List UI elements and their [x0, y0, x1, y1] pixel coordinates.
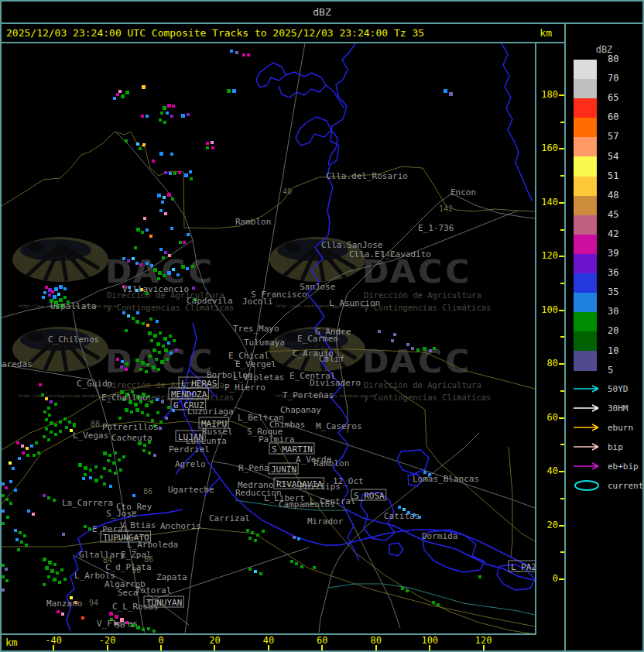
radar-echo	[141, 231, 144, 234]
radar-echo	[2, 575, 5, 578]
map-place-label: Clla.El_Cavadito	[349, 249, 431, 259]
watermark-subtitle: y Contingencias Climáticas	[364, 303, 491, 312]
radar-echo	[139, 368, 142, 371]
radar-echo	[170, 115, 173, 118]
radar-echo	[159, 248, 163, 251]
track-arrow-icon	[572, 441, 603, 453]
radar-echo	[116, 93, 119, 96]
radar-echo	[206, 142, 209, 145]
radar-echo	[43, 410, 46, 414]
radar-echo	[5, 498, 9, 501]
radar-echo	[54, 403, 57, 406]
dbz-scale-label: 20	[608, 325, 634, 336]
radar-echo	[147, 627, 150, 630]
radar-echo	[21, 444, 24, 448]
radar-echo	[63, 296, 67, 299]
radar-echo	[43, 583, 46, 586]
map-city-label: JUNIN	[271, 465, 296, 475]
radar-echo	[406, 343, 409, 346]
map-place-label: E_Challao	[101, 393, 148, 403]
radar-echo	[5, 568, 8, 571]
map-place-label: P_Hierro	[224, 383, 265, 393]
radar-echo	[53, 563, 57, 566]
map-place-label: T_Porteñas	[283, 390, 334, 400]
radar-echo	[163, 121, 166, 124]
x-axis-label: 20	[197, 635, 231, 646]
radar-echo	[59, 285, 63, 289]
radar-echo	[167, 406, 170, 409]
y-axis-label: 180	[538, 89, 558, 100]
river-line	[326, 85, 344, 108]
radar-echo	[57, 293, 60, 296]
radar-echo	[230, 50, 233, 53]
radar-echo	[247, 53, 250, 57]
radar-echo	[43, 558, 46, 561]
radar-echo	[164, 251, 167, 254]
radar-echo	[88, 527, 91, 530]
map-place-label: Perdriel	[169, 444, 210, 455]
radar-echo	[122, 455, 125, 458]
radar-echo	[256, 534, 259, 537]
radar-echo	[45, 397, 48, 400]
y-axis-label: 140	[538, 197, 558, 208]
radar-echo	[2, 482, 5, 486]
radar-echo	[45, 286, 48, 289]
watermark-subtitle: y Contingencias Climáticas	[364, 393, 491, 402]
radar-echo	[63, 578, 67, 581]
radar-echo	[59, 430, 62, 433]
dbz-color-swatch	[574, 235, 597, 254]
map-place-label: E_Zpal	[121, 550, 152, 560]
radar-echo	[119, 468, 122, 472]
boundary-line	[2, 132, 535, 228]
map-place-label: S_Jose	[106, 509, 137, 519]
radar-echo	[164, 348, 168, 352]
map-city-label: TUNUYAN	[146, 598, 182, 608]
track-arrow-icon	[572, 460, 603, 472]
radar-echo	[156, 320, 159, 323]
radar-echo	[248, 537, 252, 540]
x-axis-label: -40	[36, 635, 70, 646]
radar-echo	[54, 287, 58, 291]
radar-echo	[171, 197, 174, 201]
x-axis-tick	[375, 645, 377, 650]
scale-legend-panel: dBZ 807065605754514845423936353020105 50…	[564, 24, 642, 650]
x-axis-tick	[268, 645, 269, 650]
radar-echo	[141, 411, 144, 414]
map-city-label: LUJAN	[178, 432, 204, 442]
radar-echo	[167, 193, 171, 197]
radar-echo	[45, 566, 49, 570]
radar-echo	[9, 480, 12, 483]
radar-echo	[132, 257, 135, 260]
legend-item-bip: bip	[569, 438, 623, 455]
radar-echo	[378, 330, 381, 333]
radar-echo	[73, 424, 76, 427]
map-place-label: Mirador	[307, 516, 344, 527]
radar-echo	[157, 368, 160, 371]
dbz-scale-label: 48	[608, 190, 634, 201]
radar-echo	[2, 589, 5, 592]
y-axis: 020406080100120140160180	[538, 43, 566, 635]
radar-echo	[149, 235, 152, 238]
radar-echo	[160, 112, 163, 115]
dbz-color-swatch	[574, 60, 597, 79]
radar-echo	[17, 548, 20, 551]
radar-echo	[164, 212, 167, 215]
radar-echo	[65, 426, 68, 429]
dbz-scale-label: 51	[608, 170, 634, 181]
map-city-label: S_MARTIN	[272, 444, 313, 455]
window-title: dBZ	[2, 2, 642, 24]
radar-echo	[300, 565, 303, 568]
radar-echo	[293, 536, 296, 539]
radar-echo	[444, 89, 447, 93]
radar-echo	[23, 534, 26, 537]
map-place-label: Lomas_Blancas	[413, 474, 479, 484]
dbz-color-swatch	[574, 293, 597, 312]
radar-echo	[478, 575, 481, 578]
radar-echo	[15, 538, 19, 541]
radar-echo	[411, 347, 414, 350]
map-place-label: Tres_Mayo	[233, 324, 279, 334]
radar-echo	[153, 268, 157, 272]
radar-echo	[259, 572, 262, 575]
radar-app-window: dBZ 2025/12/03 23:24:00 UTC Composite Tr…	[0, 0, 644, 652]
radar-echo	[114, 472, 117, 475]
